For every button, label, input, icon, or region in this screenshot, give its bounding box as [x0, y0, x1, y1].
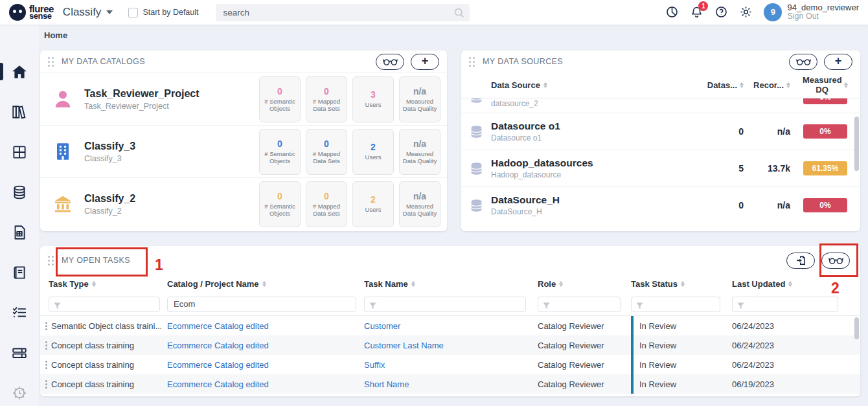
row-drag-icon[interactable]: [45, 322, 47, 330]
catalog-card[interactable]: Classify_3 Classify_3 0# Semantic Object…: [40, 125, 447, 177]
sidebar-item-jobs[interactable]: [0, 344, 39, 364]
task-name-link[interactable]: Customer Last Name: [364, 341, 444, 350]
role: Catalog Reviewer: [538, 379, 631, 389]
catalog-link[interactable]: Ecommerce Catalog edited: [167, 341, 269, 350]
drag-handle-icon[interactable]: [48, 256, 54, 265]
scrollbar-thumb[interactable]: [854, 317, 859, 339]
scrollbar-thumb[interactable]: [854, 117, 859, 171]
source-name[interactable]: Datasource o1: [491, 120, 702, 132]
col-datasets[interactable]: Datas...: [707, 80, 737, 90]
status-filter-input[interactable]: [631, 297, 720, 312]
status-bar: [631, 316, 634, 335]
col-catalog-project-name[interactable]: Catalog / Project Name: [167, 279, 259, 289]
view-catalogs-button[interactable]: [376, 54, 404, 70]
sort-icon[interactable]: [788, 281, 792, 287]
fluree-sense-logo[interactable]: fluree sense: [9, 4, 54, 21]
col-records[interactable]: Recor...: [753, 80, 784, 90]
last-updated: 06/19/2023: [732, 379, 849, 389]
catalog-card[interactable]: Task_Reviewer_Project Task_Reviewer_Proj…: [40, 73, 447, 125]
sidebar-item-tasks[interactable]: [0, 304, 39, 324]
catalog-link[interactable]: Ecommerce Catalog edited: [167, 379, 269, 389]
col-role[interactable]: Role: [538, 279, 556, 289]
catalog-link[interactable]: Ecommerce Catalog edited: [167, 321, 269, 331]
col-task-status[interactable]: Task Status: [631, 279, 678, 289]
view-tasks-button[interactable]: [821, 253, 850, 269]
sort-icon[interactable]: [262, 281, 266, 287]
tasks-filter-row: [40, 293, 860, 316]
table-row[interactable]: DataSource_H DataSource_H 0 n/a 0%: [461, 186, 860, 223]
export-tasks-button[interactable]: [786, 253, 815, 269]
usage-pie-icon[interactable]: [665, 5, 679, 19]
sidebar-item-home[interactable]: [0, 63, 39, 83]
catalog-subtitle: Classify_2: [84, 207, 135, 216]
col-last-updated[interactable]: Last Updated: [732, 279, 785, 289]
sidebar-item-data-sources[interactable]: [0, 184, 39, 203]
task-name-link[interactable]: Customer: [364, 321, 400, 331]
sidebar-item-history[interactable]: [0, 385, 39, 404]
status-badge: In Review: [639, 321, 676, 331]
datasource-icon: [461, 98, 491, 106]
source-name[interactable]: Hadoop_datasources: [491, 157, 702, 169]
add-source-button[interactable]: +: [824, 54, 852, 70]
task-type-filter-input[interactable]: [49, 297, 160, 312]
sign-out-link[interactable]: Sign Out: [787, 12, 859, 21]
col-data-source[interactable]: Data Source: [491, 80, 540, 90]
stat-mapped-data-sets: 0# Mapped Data Sets: [306, 129, 347, 175]
drag-handle-icon[interactable]: [469, 57, 475, 67]
row-drag-icon[interactable]: [45, 361, 47, 369]
help-icon[interactable]: [714, 5, 728, 19]
sort-icon[interactable]: [543, 82, 547, 88]
row-drag-icon[interactable]: [45, 380, 47, 389]
catalog-name[interactable]: Classify_2: [84, 193, 135, 205]
start-by-default-checkbox[interactable]: [128, 8, 138, 17]
table-row[interactable]: Hadoop_datasources Hadoop_datasource 5 1…: [461, 150, 860, 186]
chevron-down-icon: [106, 10, 113, 14]
sidebar-item-catalogs[interactable]: [0, 104, 39, 123]
sidebar-item-workspaces[interactable]: [0, 144, 39, 163]
avatar[interactable]: 9: [764, 3, 782, 21]
user-menu[interactable]: 9 94_demo_reviewer Sign Out: [764, 3, 859, 21]
table-row[interactable]: Concept class training Ecommerce Catalog…: [40, 374, 860, 394]
sort-icon[interactable]: [92, 281, 96, 287]
building-icon: [51, 139, 75, 164]
source-subtitle: DataSource_H: [491, 207, 702, 216]
task-name-filter-input[interactable]: [364, 297, 526, 312]
catalog-card[interactable]: Classify_2 Classify_2 0# Semantic Object…: [40, 177, 447, 230]
sort-icon[interactable]: [844, 82, 848, 88]
source-name[interactable]: DataSource_H: [491, 194, 702, 206]
status-bar: [631, 335, 634, 355]
sort-icon[interactable]: [681, 281, 685, 287]
task-name-link[interactable]: Suffix: [364, 360, 385, 370]
sidebar-item-glossary[interactable]: [0, 264, 39, 284]
settings-gear-icon[interactable]: [739, 5, 753, 19]
app-switcher-dropdown[interactable]: Classify: [63, 6, 113, 19]
add-catalog-button[interactable]: +: [411, 54, 439, 70]
sidebar-item-datasets[interactable]: [0, 224, 39, 243]
table-row-partial[interactable]: datasource_2 datasource_2 0%: [461, 98, 860, 113]
row-drag-icon[interactable]: [45, 341, 47, 350]
table-row[interactable]: Concept class training Ecommerce Catalog…: [40, 355, 860, 374]
updated-filter-input[interactable]: [732, 297, 838, 312]
catalog-name[interactable]: Task_Reviewer_Project: [84, 88, 200, 100]
dq-badge: 61.35%: [803, 161, 847, 175]
view-sources-button[interactable]: [789, 54, 817, 70]
catalog-name[interactable]: Classify_3: [84, 141, 135, 152]
drag-handle-icon[interactable]: [48, 57, 54, 67]
sort-icon[interactable]: [411, 281, 415, 287]
task-name-link[interactable]: Short Name: [364, 379, 409, 389]
table-row[interactable]: Datasource o1 Datasource o1 0 n/a 0%: [461, 113, 860, 150]
col-task-type[interactable]: Task Type: [49, 279, 89, 289]
catalog-link[interactable]: Ecommerce Catalog edited: [167, 360, 269, 370]
table-row[interactable]: Semantic Object class traini... Ecommerc…: [40, 316, 860, 335]
table-row[interactable]: Concept class training Ecommerce Catalog…: [40, 335, 860, 355]
start-by-default-option[interactable]: Start by Default: [128, 8, 198, 17]
search-input[interactable]: [216, 4, 470, 21]
col-task-name[interactable]: Task Name: [364, 279, 408, 289]
dq-badge: 0%: [803, 198, 847, 212]
stat-semantic-objects: 0# Semantic Objects: [259, 76, 301, 122]
sort-icon[interactable]: [559, 281, 563, 287]
notifications-bell-icon[interactable]: 1: [690, 5, 703, 19]
col-measured-dq[interactable]: Measured DQ: [803, 76, 841, 95]
role-filter-input[interactable]: [538, 297, 621, 312]
catalog-filter-input[interactable]: [167, 297, 356, 312]
